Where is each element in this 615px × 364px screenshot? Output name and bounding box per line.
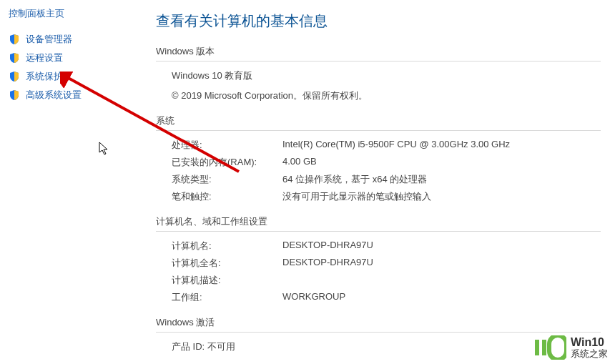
control-panel-home-link[interactable]: 控制面板主页 [6,7,136,30]
sidebar-item-device-manager[interactable]: 设备管理器 [6,30,136,49]
value-computer-description [282,274,601,287]
row-ram: 已安装的内存(RAM): 4.00 GB [172,154,601,171]
watermark-line2: 系统之家 [571,349,608,359]
win10-logo-icon [535,335,566,360]
label-computer-name: 计算机名: [172,240,282,252]
row-computer-description: 计算机描述: [172,272,601,289]
main-panel: 查看有关计算机的基本信息 Windows 版本 Windows 10 教育版 ©… [136,0,615,364]
sidebar-item-advanced-system-settings[interactable]: 高级系统设置 [6,86,136,104]
product-id: 产品 ID: 不可用 [172,340,235,353]
section-windows-version-heading: Windows 版本 [156,45,601,62]
shield-icon [9,89,20,101]
svg-rect-3 [542,340,546,355]
label-workgroup: 工作组: [172,291,282,304]
label-ram: 已安装的内存(RAM): [172,156,282,169]
row-system-type: 系统类型: 64 位操作系统，基于 x64 的处理器 [172,171,601,188]
label-system-type: 系统类型: [172,173,282,186]
value-ram: 4.00 GB [282,156,601,169]
svg-rect-2 [535,340,539,355]
sidebar-item-system-protection[interactable]: 系统保护 [6,67,136,86]
sidebar: 控制面板主页 设备管理器 远程设置 系统保护 [0,0,136,364]
value-computer-full-name: DESKTOP-DHRA97U [282,257,601,270]
label-pen-touch: 笔和触控: [172,190,282,203]
value-system-type: 64 位操作系统，基于 x64 的处理器 [282,173,601,186]
windows-edition: Windows 10 教育版 [172,69,252,82]
label-computer-description: 计算机描述: [172,274,282,287]
watermark-line1: Win10 [571,336,608,349]
label-processor: 处理器: [172,139,282,152]
shield-icon [9,52,20,64]
value-workgroup: WORKGROUP [282,291,601,304]
row-workgroup: 工作组: WORKGROUP [172,289,601,306]
row-computer-full-name: 计算机全名: DESKTOP-DHRA97U [172,255,601,272]
row-pen-touch: 笔和触控: 没有可用于此显示器的笔或触控输入 [172,188,601,205]
sidebar-item-label: 高级系统设置 [26,89,82,102]
row-processor: 处理器: Intel(R) Core(TM) i5-9500F CPU @ 3.… [172,137,601,154]
sidebar-item-label: 设备管理器 [26,33,72,46]
shield-icon [9,34,20,45]
section-computer-domain-heading: 计算机名、域和工作组设置 [156,215,601,232]
value-pen-touch: 没有可用于此显示器的笔或触控输入 [282,190,601,203]
sidebar-item-remote-settings[interactable]: 远程设置 [6,49,136,67]
row-computer-name: 计算机名: DESKTOP-DHRA97U [172,237,601,255]
label-computer-full-name: 计算机全名: [172,257,282,270]
sidebar-item-label: 远程设置 [26,51,63,64]
section-activation-heading: Windows 激活 [156,316,601,333]
section-system-heading: 系统 [156,114,601,131]
svg-rect-4 [549,335,566,360]
page-title: 查看有关计算机的基本信息 [156,11,601,31]
value-processor: Intel(R) Core(TM) i5-9500F CPU @ 3.00GHz… [282,139,601,152]
shield-icon [9,71,20,82]
watermark-logo: Win10 系统之家 [535,335,608,360]
sidebar-item-label: 系统保护 [26,70,63,83]
copyright-text: © 2019 Microsoft Corporation。保留所有权利。 [172,89,368,102]
value-computer-name: DESKTOP-DHRA97U [282,240,601,252]
